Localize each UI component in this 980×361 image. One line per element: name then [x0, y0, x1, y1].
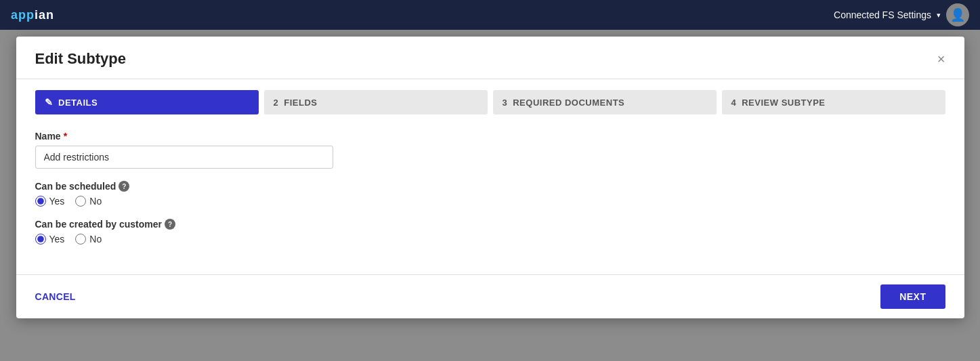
name-input[interactable]	[35, 146, 333, 169]
tab-review-subtype[interactable]: 4 REVIEW SUBTYPE	[722, 90, 945, 114]
created-no-text: No	[89, 234, 102, 245]
close-button[interactable]: ×	[937, 52, 945, 66]
name-label: Name *	[35, 131, 945, 142]
fields-step-number: 2	[274, 98, 279, 108]
scheduled-no-text: No	[89, 196, 102, 207]
avatar[interactable]: 👤	[946, 3, 969, 26]
modal-overlay: Edit Subtype × ✎ DETAILS 2 FIELDS 3 REQU…	[0, 30, 980, 361]
created-help-icon[interactable]: ?	[165, 219, 175, 230]
scheduled-radio-group: Yes No	[35, 196, 945, 207]
req-docs-step-number: 3	[503, 98, 508, 108]
modal-footer: CANCEL NEXT	[16, 274, 964, 318]
can-be-scheduled-label: Can be scheduled ?	[35, 181, 945, 192]
required-star: *	[64, 131, 67, 142]
tab-details-label: DETAILS	[58, 98, 98, 108]
details-icon: ✎	[45, 97, 54, 108]
created-radio-group: Yes No	[35, 234, 945, 245]
created-yes-text: Yes	[49, 234, 65, 245]
tab-fields[interactable]: 2 FIELDS	[264, 90, 488, 114]
modal-header: Edit Subtype ×	[16, 37, 964, 79]
next-button[interactable]: NEXT	[880, 284, 945, 309]
tab-required-documents[interactable]: 3 REQUIRED DOCUMENTS	[493, 90, 717, 114]
name-form-group: Name *	[35, 131, 945, 169]
form-area: Name * Can be scheduled ? Yes	[16, 125, 964, 274]
scheduled-no-radio[interactable]	[75, 196, 86, 207]
top-navbar: appian Connected FS Settings ▾ 👤	[0, 0, 980, 30]
can-be-scheduled-group: Can be scheduled ? Yes No	[35, 181, 945, 207]
scheduled-yes-radio[interactable]	[35, 196, 46, 207]
scheduled-yes-label[interactable]: Yes	[35, 196, 65, 207]
tab-details[interactable]: ✎ DETAILS	[35, 90, 259, 114]
edit-subtype-modal: Edit Subtype × ✎ DETAILS 2 FIELDS 3 REQU…	[16, 37, 964, 318]
created-yes-radio[interactable]	[35, 234, 46, 245]
created-no-radio[interactable]	[75, 234, 86, 245]
tab-review-subtype-label: REVIEW SUBTYPE	[742, 98, 825, 108]
appian-logo: appian	[11, 8, 54, 22]
can-be-created-label: Can be created by customer ?	[35, 219, 945, 230]
connected-fs-settings-label[interactable]: Connected FS Settings	[834, 9, 931, 20]
settings-dropdown-arrow[interactable]: ▾	[937, 11, 941, 20]
scheduled-yes-text: Yes	[49, 196, 65, 207]
scheduled-help-icon[interactable]: ?	[119, 181, 129, 192]
tab-required-documents-label: REQUIRED DOCUMENTS	[513, 98, 624, 108]
review-step-number: 4	[731, 98, 737, 108]
created-yes-label[interactable]: Yes	[35, 234, 65, 245]
created-no-label[interactable]: No	[75, 234, 102, 245]
scheduled-no-label[interactable]: No	[75, 196, 102, 207]
can-be-created-group: Can be created by customer ? Yes No	[35, 219, 945, 245]
nav-right: Connected FS Settings ▾ 👤	[834, 3, 969, 26]
step-tabs: ✎ DETAILS 2 FIELDS 3 REQUIRED DOCUMENTS …	[16, 79, 964, 125]
tab-fields-label: FIELDS	[284, 98, 317, 108]
modal-title: Edit Subtype	[35, 50, 126, 68]
cancel-button[interactable]: CANCEL	[35, 291, 76, 302]
